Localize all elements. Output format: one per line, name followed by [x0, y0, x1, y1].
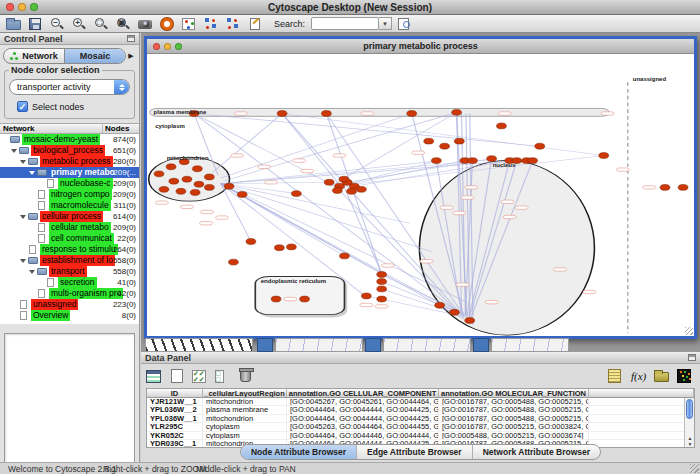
- tree-row[interactable]: transport558(0): [0, 266, 139, 277]
- expand-triangle-icon[interactable]: [20, 160, 26, 164]
- expand-triangle-icon[interactable]: [20, 259, 26, 263]
- tree-row[interactable]: primary metabo209(...: [0, 167, 139, 178]
- window-resize-grip[interactable]: [685, 327, 693, 335]
- tree-row[interactable]: cell communicat22(0): [0, 233, 139, 244]
- network-window-titlebar[interactable]: primary metabolic process: [147, 39, 694, 54]
- snapshot-icon[interactable]: [138, 17, 154, 31]
- graph-node[interactable]: [660, 184, 670, 190]
- float-panel-icon[interactable]: [127, 35, 135, 42]
- tab-network[interactable]: Network: [4, 49, 64, 63]
- graph-node[interactable]: [468, 158, 478, 164]
- tab-scroll-right-icon[interactable]: ▶: [126, 52, 136, 60]
- table-column-header[interactable]: annotation.GO CELLULAR_COMPONENT: [287, 389, 439, 397]
- select-attributes-icon[interactable]: ✓✓✓✓: [192, 368, 210, 385]
- graph-node[interactable]: [194, 181, 204, 187]
- attribute-editor-icon[interactable]: [608, 368, 626, 385]
- graph-node[interactable]: [424, 138, 434, 144]
- tree-row[interactable]: macromolecule311(0): [0, 200, 139, 211]
- graph-node[interactable]: [487, 156, 497, 162]
- background-window-edge[interactable]: [473, 338, 489, 352]
- tree-row[interactable]: nitrogen compo209(0): [0, 189, 139, 200]
- tree-row[interactable]: response to stimulu264(0): [0, 244, 139, 255]
- graph-node[interactable]: [449, 309, 459, 315]
- tree-row[interactable]: establishment of lo558(0): [0, 255, 139, 266]
- expand-triangle-icon[interactable]: [11, 149, 17, 153]
- search-input[interactable]: [311, 17, 379, 30]
- edit-network-icon[interactable]: [204, 17, 220, 31]
- annotation-icon[interactable]: [248, 17, 264, 31]
- graph-node[interactable]: [528, 158, 538, 164]
- expand-triangle-icon[interactable]: [29, 270, 35, 274]
- table-row[interactable]: YLR295Ccytoplasm[GO:0045263, GO:0044464,…: [147, 423, 694, 431]
- background-window-thumbnail[interactable]: [491, 338, 569, 352]
- zoom-in-icon[interactable]: +: [72, 17, 88, 31]
- new-attribute-icon[interactable]: [169, 368, 187, 385]
- tree-row[interactable]: Overview8(0): [0, 310, 139, 321]
- graph-node[interactable]: [224, 183, 234, 189]
- vizmapper-icon[interactable]: [182, 17, 198, 31]
- graph-node[interactable]: [321, 111, 331, 117]
- graph-node[interactable]: [452, 109, 462, 115]
- graph-node[interactable]: [237, 191, 247, 197]
- tab-edge-attribute-browser[interactable]: Edge Attribute Browser: [357, 445, 473, 459]
- graph-node[interactable]: [340, 253, 350, 259]
- graph-node[interactable]: [246, 239, 256, 245]
- graph-node[interactable]: [377, 296, 387, 302]
- graph-node[interactable]: [204, 174, 214, 180]
- function-builder-icon[interactable]: f(x): [631, 368, 649, 385]
- scrollbar-thumb[interactable]: [686, 399, 693, 419]
- save-session-icon[interactable]: [28, 17, 44, 31]
- graph-node[interactable]: [332, 188, 342, 194]
- tab-network-attribute-browser[interactable]: Network Attribute Browser: [473, 445, 600, 459]
- graph-node[interactable]: [407, 111, 417, 117]
- graph-node[interactable]: [229, 259, 239, 265]
- tree-row[interactable]: secretion41(0): [0, 277, 139, 288]
- graph-node[interactable]: [361, 293, 371, 299]
- graph-node[interactable]: [159, 186, 169, 192]
- open-file-icon[interactable]: [6, 17, 22, 31]
- graph-node[interactable]: [347, 188, 357, 194]
- graph-node[interactable]: [286, 244, 296, 250]
- zoom-out-icon[interactable]: −: [50, 17, 66, 31]
- table-column-header[interactable]: ID: [147, 389, 203, 397]
- app-resize-grip[interactable]: [690, 464, 699, 473]
- attribute-matrix-icon[interactable]: [677, 368, 695, 385]
- network-window[interactable]: primary metabolic process plasma membran…: [144, 36, 697, 339]
- table-row[interactable]: YPL036W__2plasma membrane[GO:0044464, GO…: [147, 406, 694, 414]
- graph-node[interactable]: [154, 171, 164, 177]
- graph-node[interactable]: [339, 176, 349, 182]
- graph-node[interactable]: [190, 190, 200, 196]
- background-window-edge[interactable]: [257, 338, 273, 352]
- zoom-fit-icon[interactable]: □: [94, 17, 110, 31]
- search-dropdown-button[interactable]: ▼: [379, 17, 392, 30]
- graph-node[interactable]: [431, 158, 441, 164]
- select-nodes-checkbox[interactable]: ✓: [17, 101, 28, 112]
- graph-node[interactable]: [377, 272, 387, 278]
- tree-row[interactable]: nucleobase-c209(0): [0, 178, 139, 189]
- graph-node[interactable]: [176, 188, 186, 194]
- tree-row[interactable]: multi-organism pro42(0): [0, 288, 139, 299]
- birds-eye-view[interactable]: [4, 333, 135, 474]
- graph-node[interactable]: [465, 318, 475, 324]
- graph-node[interactable]: [166, 164, 176, 170]
- tree-row[interactable]: unassigned223(0): [0, 299, 139, 310]
- expand-triangle-icon[interactable]: [29, 171, 35, 175]
- delete-attribute-icon[interactable]: [238, 368, 256, 385]
- graph-node[interactable]: [599, 153, 609, 159]
- graph-node[interactable]: [274, 245, 284, 251]
- background-window-thumbnail[interactable]: [383, 338, 471, 352]
- graph-node[interactable]: [204, 184, 214, 190]
- node-color-dropdown[interactable]: transporter activity: [9, 79, 130, 95]
- graph-node[interactable]: [277, 111, 287, 117]
- graph-node[interactable]: [300, 296, 310, 302]
- graph-node[interactable]: [435, 302, 445, 308]
- table-scrollbar[interactable]: ▲▼: [684, 398, 694, 447]
- graph-node[interactable]: [291, 191, 301, 197]
- float-data-panel-icon[interactable]: [688, 354, 696, 361]
- background-window-thumbnail[interactable]: [145, 338, 253, 352]
- tab-node-attribute-browser[interactable]: Node Attribute Browser: [241, 445, 357, 459]
- tree-row[interactable]: mosaic-demo-yeast874(0): [0, 134, 139, 145]
- graph-node[interactable]: [377, 279, 387, 285]
- graph-node[interactable]: [535, 143, 545, 149]
- search-options-icon[interactable]: [398, 17, 414, 31]
